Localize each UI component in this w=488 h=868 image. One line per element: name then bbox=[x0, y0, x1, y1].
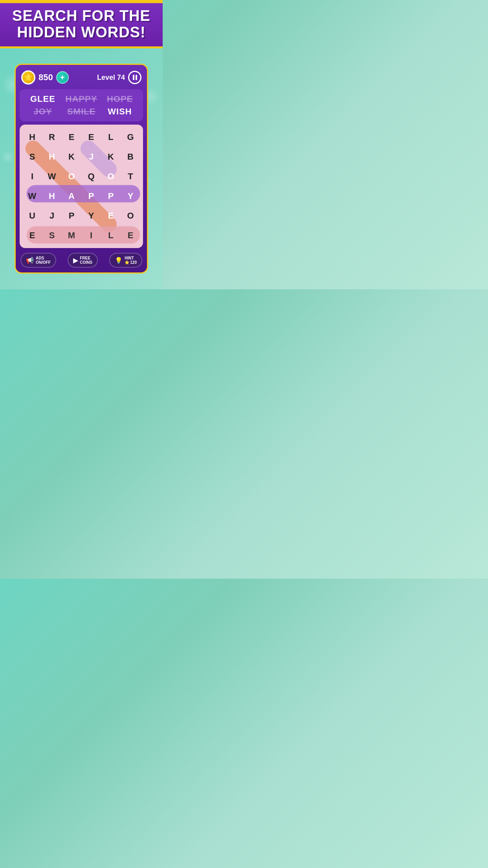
hint-label: HINT bbox=[125, 256, 134, 260]
lightbulb-icon: 💡 bbox=[115, 257, 123, 264]
ads-button[interactable]: 📢 ADS ON/OFF bbox=[20, 253, 56, 268]
level-label: Level 74 bbox=[97, 74, 125, 82]
words-row-2: JOY SMILE WISH bbox=[24, 107, 139, 117]
word-smile: SMILE bbox=[66, 107, 97, 117]
cell-0-2: E bbox=[62, 128, 81, 147]
word-hope: HOPE bbox=[104, 94, 136, 104]
top-bar bbox=[0, 0, 163, 3]
cell-3-0: W bbox=[23, 187, 42, 206]
cell-0-1: R bbox=[42, 128, 61, 147]
cell-3-2: A bbox=[62, 187, 81, 206]
hint-count-value: 120 bbox=[130, 260, 137, 265]
letter-grid: H R E E L G S H K J K B I W O bbox=[23, 128, 140, 245]
cell-1-3: J bbox=[82, 147, 101, 166]
cell-5-0: E bbox=[23, 226, 42, 245]
score-value: 850 bbox=[39, 72, 53, 83]
cell-5-1: S bbox=[42, 226, 61, 245]
cell-1-4: K bbox=[101, 147, 120, 166]
cell-0-4: L bbox=[101, 128, 120, 147]
word-joy: JOY bbox=[27, 107, 59, 117]
cell-0-5: G bbox=[121, 128, 140, 147]
word-wish: WISH bbox=[104, 107, 136, 117]
game-card: ⭐ 850 + Level 74 GLEE bbox=[15, 64, 148, 274]
header-banner: SEARCH FOR THE HIDDEN WORDS! bbox=[0, 3, 163, 48]
title-line1: SEARCH FOR THE bbox=[12, 7, 150, 24]
cell-0-0: H bbox=[23, 128, 42, 147]
letter-grid-wrapper: H R E E L G S H K J K B I W O bbox=[20, 125, 143, 248]
main-screen: SEARCH FOR THE HIDDEN WORDS! ⭐ 850 + Lev… bbox=[0, 0, 163, 289]
cell-1-1: H bbox=[42, 147, 61, 166]
ads-sublabel: ON/OFF bbox=[36, 260, 51, 265]
cell-4-2: P bbox=[62, 206, 81, 225]
free-coins-button[interactable]: ▶ FREE COINS bbox=[68, 253, 98, 268]
cell-2-3: Q bbox=[82, 167, 101, 186]
cell-4-5: O bbox=[121, 206, 140, 225]
megaphone-icon: 📢 bbox=[26, 257, 34, 264]
level-area: Level 74 bbox=[97, 71, 141, 84]
cell-2-0: I bbox=[23, 167, 42, 186]
main-area: ⭐ 850 + Level 74 GLEE bbox=[0, 48, 163, 289]
free-coins-sublabel: COINS bbox=[80, 260, 92, 265]
page-title: SEARCH FOR THE HIDDEN WORDS! bbox=[8, 8, 155, 41]
words-panel: GLEE HAPPY HOPE JOY SMILE WISH bbox=[20, 89, 143, 121]
word-happy: HAPPY bbox=[66, 94, 97, 104]
pause-button[interactable] bbox=[128, 71, 141, 84]
cell-4-1: J bbox=[42, 206, 61, 225]
cell-3-3: P bbox=[82, 187, 101, 206]
cell-1-5: B bbox=[121, 147, 140, 166]
cell-5-5: E bbox=[121, 226, 140, 245]
free-coins-label: FREE bbox=[80, 256, 90, 260]
hint-count: ⭐ 120 bbox=[125, 260, 137, 265]
star-coin-icon: ⭐ bbox=[21, 70, 35, 85]
ads-label: ADS bbox=[36, 256, 44, 260]
pause-icon bbox=[133, 75, 137, 80]
bottom-toolbar: 📢 ADS ON/OFF ▶ FREE COINS 💡 bbox=[20, 251, 143, 268]
cell-5-3: I bbox=[82, 226, 101, 245]
cell-1-2: K bbox=[62, 147, 81, 166]
hint-button[interactable]: 💡 HINT ⭐ 120 bbox=[109, 253, 142, 268]
cell-5-4: L bbox=[101, 226, 120, 245]
cell-2-2: O bbox=[62, 167, 81, 186]
cell-1-0: S bbox=[23, 147, 42, 166]
play-icon: ▶ bbox=[73, 257, 78, 264]
cell-4-4: E bbox=[101, 206, 120, 225]
title-line2: HIDDEN WORDS! bbox=[17, 24, 146, 40]
cell-0-3: E bbox=[82, 128, 101, 147]
score-row: ⭐ 850 + Level 74 bbox=[20, 69, 143, 86]
words-row-1: GLEE HAPPY HOPE bbox=[24, 94, 139, 104]
cell-3-4: P bbox=[101, 187, 120, 206]
cell-5-2: M bbox=[62, 226, 81, 245]
cell-2-4: O bbox=[101, 167, 120, 186]
cell-3-5: Y bbox=[121, 187, 140, 206]
cell-4-3: Y bbox=[82, 206, 101, 225]
score-section: ⭐ 850 + bbox=[21, 70, 69, 85]
cell-4-0: U bbox=[23, 206, 42, 225]
cell-2-1: W bbox=[42, 167, 61, 186]
word-glee: GLEE bbox=[27, 94, 59, 104]
cell-2-5: T bbox=[121, 167, 140, 186]
cell-3-1: H bbox=[42, 187, 61, 206]
add-coins-button[interactable]: + bbox=[56, 71, 69, 84]
